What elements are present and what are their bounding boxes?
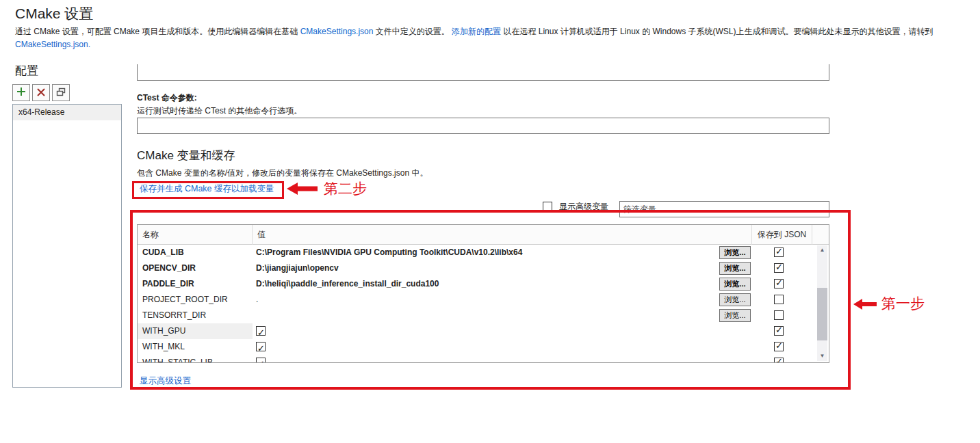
save-to-json-checkbox[interactable] [774, 326, 784, 336]
column-header-name[interactable]: 名称 [138, 225, 253, 245]
build-args-input[interactable] [137, 64, 829, 81]
step1-arrow-icon [853, 299, 877, 312]
add-configuration-button[interactable] [12, 84, 30, 101]
table-header: 名称 值 保存到 JSON [138, 225, 829, 245]
table-row[interactable]: PADDLE_DIRD:\heliqi\paddle_inference_ins… [138, 276, 829, 292]
variable-name[interactable]: PROJECT_ROOT_DIR [138, 292, 253, 308]
variable-value[interactable] [253, 323, 732, 339]
configuration-list-item[interactable]: x64-Release [13, 105, 121, 120]
save-to-json-checkbox[interactable] [774, 247, 784, 257]
add-new-configuration-link[interactable]: 添加新的配置 [452, 27, 501, 36]
variable-name[interactable]: PADDLE_DIR [138, 276, 253, 292]
remove-configuration-button[interactable] [32, 84, 50, 101]
save-to-json-checkbox[interactable] [774, 279, 784, 288]
cmakesettings-json-link-2[interactable]: CMakeSettings.json. [15, 40, 90, 49]
x-icon [37, 87, 45, 99]
show-advanced-settings-link[interactable]: 显示高级设置 [140, 375, 191, 387]
variable-name[interactable]: OPENCV_DIR [138, 260, 253, 276]
intro-text-1: 通过 CMake 设置，可配置 CMake 项目生成和版本。使用此编辑器编辑在基… [15, 27, 300, 36]
duplicate-configuration-button[interactable] [52, 84, 70, 101]
save-to-json-checkbox[interactable] [774, 358, 784, 363]
browse-button[interactable]: 浏览... [719, 246, 751, 259]
page-description: 通过 CMake 设置，可配置 CMake 项目生成和版本。使用此编辑器编辑在基… [15, 25, 970, 51]
scroll-up-icon[interactable]: ▲ [817, 245, 827, 255]
step2-arrow-icon [287, 183, 318, 198]
table-scrollbar[interactable]: ▲ ▼ [817, 245, 827, 361]
variables-table: 名称 值 保存到 JSON CUDA_LIBC:\Program Files\N… [137, 224, 829, 363]
plus-icon [16, 87, 26, 99]
table-row[interactable]: PROJECT_ROOT_DIR.浏览... [138, 292, 829, 308]
advanced-variables-row: 显示高级变量 [543, 201, 608, 212]
page-title: CMake 设置 [15, 4, 93, 23]
variable-value[interactable]: C:\Program Files\NVIDIA GPU Computing To… [253, 245, 732, 260]
variable-value-checkbox[interactable] [256, 326, 266, 336]
column-header-save-to-json[interactable]: 保存到 JSON [752, 225, 812, 245]
variable-value[interactable] [253, 308, 732, 323]
copy-icon [56, 87, 66, 99]
configurations-toolbar [12, 84, 70, 101]
variable-value-checkbox[interactable] [256, 342, 266, 351]
save-to-json-checkbox[interactable] [774, 263, 784, 273]
variable-name[interactable]: WITH_STATIC_LIB [138, 355, 253, 363]
save-to-json-checkbox[interactable] [774, 310, 784, 320]
cmake-variables-description: 包含 CMake 变量的名称/值对，修改后的变量将保存在 CMakeSettin… [137, 167, 428, 179]
intro-text-2: 文件中定义的设置。 [373, 27, 452, 36]
table-row[interactable]: WITH_MKL [138, 339, 829, 355]
variable-value[interactable]: D:\jiangjiajun\opencv [253, 260, 732, 276]
table-row[interactable]: CUDA_LIBC:\Program Files\NVIDIA GPU Comp… [138, 245, 829, 260]
variable-value-checkbox[interactable] [256, 358, 266, 363]
variable-value[interactable] [253, 355, 732, 363]
variable-value[interactable]: . [253, 292, 732, 308]
table-row[interactable]: WITH_GPU [138, 323, 829, 339]
browse-button[interactable]: 浏览... [719, 262, 751, 275]
column-header-value[interactable]: 值 [253, 225, 752, 245]
configurations-heading: 配置 [15, 63, 38, 79]
ctest-args-label: CTest 命令参数: [137, 92, 197, 104]
scroll-down-icon[interactable]: ▼ [817, 351, 827, 361]
save-to-json-checkbox[interactable] [774, 295, 784, 304]
browse-button[interactable]: 浏览... [719, 293, 751, 306]
variable-name[interactable]: WITH_GPU [138, 323, 253, 339]
filter-variables-input[interactable] [619, 201, 829, 217]
save-generate-cache-link[interactable]: 保存并生成 CMake 缓存以加载变量 [140, 183, 274, 195]
scrollbar-thumb[interactable] [817, 288, 827, 340]
browse-button[interactable]: 浏览... [719, 309, 751, 322]
step1-label: 第一步 [881, 294, 925, 313]
cmake-variables-heading: CMake 变量和缓存 [137, 148, 235, 163]
save-to-json-checkbox[interactable] [774, 342, 784, 351]
variable-name[interactable]: TENSORRT_DIR [138, 308, 253, 323]
show-advanced-variables-label: 显示高级变量 [559, 201, 608, 213]
configuration-listbox[interactable]: x64-Release [12, 104, 122, 388]
cmakesettings-json-link[interactable]: CMakeSettings.json [300, 27, 374, 36]
variable-name[interactable]: CUDA_LIB [138, 245, 253, 260]
show-advanced-variables-checkbox[interactable] [543, 202, 552, 211]
browse-button[interactable]: 浏览... [719, 278, 751, 291]
variable-name[interactable]: WITH_MKL [138, 339, 253, 355]
table-row[interactable]: WITH_STATIC_LIB [138, 355, 829, 363]
table-row[interactable]: TENSORRT_DIR浏览... [138, 308, 829, 323]
ctest-args-description: 运行测试时传递给 CTest 的其他命令行选项。 [137, 105, 302, 117]
variable-value[interactable] [253, 339, 732, 355]
step2-label: 第二步 [324, 179, 367, 198]
intro-text-3: 以在远程 Linux 计算机或适用于 Linux 的 Windows 子系统(W… [501, 27, 933, 36]
variable-value[interactable]: D:\heliqi\paddle_inference_install_dir_c… [253, 276, 732, 292]
ctest-args-input[interactable] [137, 118, 829, 134]
table-body: CUDA_LIBC:\Program Files\NVIDIA GPU Comp… [138, 245, 829, 363]
table-row[interactable]: OPENCV_DIRD:\jiangjiajun\opencv浏览... [138, 260, 829, 276]
